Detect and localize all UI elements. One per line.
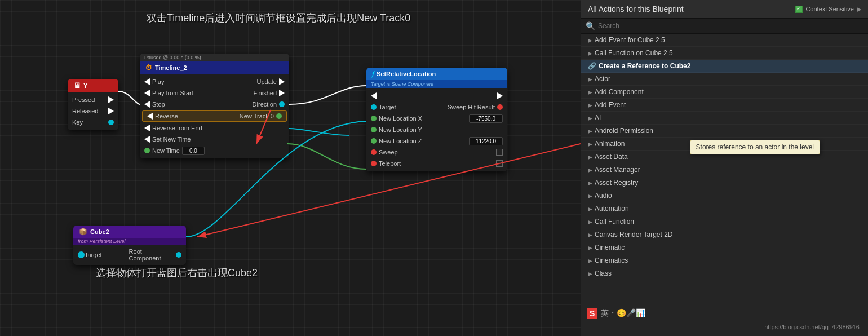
timeline-setnewtime-row: Set New Time (140, 134, 289, 145)
setloc-out-exec (497, 92, 503, 99)
rp-search-bar: 🔍 (581, 19, 868, 34)
expand-triangle-icon: ▶ (588, 180, 592, 186)
context-sensitive-label: Context Sensitive (805, 6, 854, 12)
watermark: https://blog.csdn.net/qq_42986916 (764, 324, 860, 330)
rp-title: All Actions for this Blueprint (588, 5, 684, 14)
rp-list-item[interactable]: ▶Canvas Render Target 2D (581, 228, 868, 241)
annotation-top: 双击Timeline后进入时间调节框设置完成后出现New Track0 (147, 11, 410, 25)
rp-item-label: Call Function (595, 218, 634, 226)
node-y-pressed-label: Pressed (72, 96, 95, 103)
timeline-header: ⏱ Timeline_2 (140, 61, 289, 74)
rp-list-item[interactable]: ▶Android Permission (581, 125, 868, 138)
setloc-sweephit-pin (497, 104, 503, 110)
setloc-sweep-label: Sweep (379, 149, 398, 156)
setloc-locx-label: New Location X (379, 115, 422, 122)
expand-triangle-icon: ▶ (588, 50, 592, 56)
node-y-pressed: Pressed (68, 94, 118, 105)
node-timeline[interactable]: Paused @ 0.00 s (0.0 %) ⏱ Timeline_2 Pla… (140, 54, 289, 158)
rp-list-item[interactable]: ▶Cinematics (581, 254, 868, 267)
rp-item-label: Android Permission (595, 127, 653, 135)
timeline-title: Timeline_2 (155, 64, 187, 71)
setloc-sweep-pin (371, 149, 377, 155)
newtrack-label: New Track 0 (240, 113, 274, 120)
rp-item-label: Asset Manager (595, 166, 640, 174)
rp-list-item[interactable]: 🔗Create a Reference to Cube2 (581, 60, 868, 73)
cube2-out-pin (78, 251, 85, 258)
rp-list-item[interactable]: ▶Add Event for Cube 2 5 (581, 34, 868, 47)
cube2-output-row: Target Root Component (73, 247, 186, 263)
ref-icon: 🔗 (588, 62, 596, 70)
node-y-body: Pressed Released Key (68, 92, 118, 130)
expand-triangle-icon: ▶ (588, 154, 592, 160)
cube2-rootcomp-label: Root Component (129, 248, 174, 262)
csdn-s-logo: S (587, 308, 597, 319)
rp-list-item[interactable]: ▶Call Function on Cube 2 5 (581, 47, 868, 60)
setloc-in-exec (371, 92, 377, 99)
rp-list: ▶Add Event for Cube 2 5▶Call Function on… (581, 34, 868, 325)
setloc-target-row: Target Sweep Hit Result (366, 101, 507, 113)
setloc-locz-input[interactable] (469, 137, 503, 145)
setloc-sweep-checkbox[interactable] (496, 149, 503, 156)
timeline-playfromstart-row: Play from Start Finished (140, 87, 289, 99)
timeline-stop-row: Stop Direction (140, 99, 289, 110)
node-cube2[interactable]: 📦 Cube2 from Persistent Level Target Roo… (73, 226, 186, 265)
rp-list-item[interactable]: ▶AI (581, 112, 868, 125)
reverse-label: Reverse (155, 113, 178, 120)
setloc-exec-row (366, 90, 507, 101)
timeline-reversefromend-row: Reverse from End (140, 122, 289, 134)
setloc-teleport-label: Teleport (379, 160, 401, 167)
expand-triangle-icon: ▶ (588, 271, 592, 277)
rp-list-item[interactable]: ▶Automation (581, 202, 868, 215)
newtrack-pin (276, 113, 282, 119)
setloc-locx-input[interactable] (469, 114, 503, 123)
rp-list-item[interactable]: ▶Add Component (581, 86, 868, 99)
reversefromend-in-pin (144, 125, 150, 131)
setloc-target-pin (371, 104, 377, 110)
key-pin (108, 120, 114, 125)
rp-item-label: Asset Data (595, 153, 628, 161)
node-y-header: 🖥 Y (68, 79, 118, 92)
node-y-key: Key (68, 117, 118, 128)
node-y[interactable]: 🖥 Y Pressed Released Key (68, 79, 118, 130)
setloc-teleport-pin (371, 161, 377, 166)
rp-list-item[interactable]: ▶Add Event (581, 99, 868, 112)
rp-list-item[interactable]: ▶Audio (581, 189, 868, 202)
expand-triangle-icon: ▶ (588, 219, 592, 225)
expand-triangle-icon: ▶ (588, 102, 592, 108)
cube2-title: Cube2 (90, 228, 109, 235)
search-input[interactable] (598, 22, 863, 30)
rp-list-item[interactable]: ▶Cinematic (581, 241, 868, 254)
node-setloc[interactable]: 𝑓 SetRelativeLocation Target is Scene Co… (366, 68, 507, 171)
expand-triangle-icon: ▶ (588, 193, 592, 199)
cube2-target-label: Target (85, 251, 102, 258)
newtime-input[interactable] (182, 147, 205, 155)
rp-list-item[interactable]: ▶Asset Manager (581, 163, 868, 176)
reversefromend-label: Reverse from End (152, 125, 202, 131)
rp-list-item[interactable]: ▶Asset Registry (581, 176, 868, 189)
setloc-locz-label: New Location Z (379, 138, 422, 144)
setloc-target-label: Target (379, 104, 396, 110)
timeline-reverse-row: Reverse New Track 0 (142, 110, 287, 122)
direction-pin (279, 101, 285, 107)
tooltip-stores-reference: Stores reference to an actor in the leve… (690, 140, 820, 154)
setloc-locz-row: New Location Z (366, 135, 507, 147)
setloc-locy-label: New Location Y (379, 126, 422, 133)
timeline-newtime-row: New Time (140, 145, 289, 156)
newtime-label: New Time (152, 147, 180, 154)
chevron-right-icon: ▶ (857, 6, 861, 13)
pressed-exec-pin (108, 96, 114, 103)
rp-list-item[interactable]: ▶Call Function (581, 215, 868, 228)
rp-list-item[interactable]: ▶Class (581, 267, 868, 280)
setloc-body: Target Sweep Hit Result New Location X (366, 88, 507, 171)
context-sensitive-checkbox[interactable] (795, 6, 803, 13)
rp-item-label: Animation (595, 140, 625, 148)
rp-header: All Actions for this Blueprint Context S… (581, 0, 868, 19)
rp-list-item[interactable]: ▶Actor (581, 73, 868, 86)
expand-triangle-icon: ▶ (588, 115, 592, 121)
context-sensitive[interactable]: Context Sensitive ▶ (795, 6, 861, 13)
setloc-teleport-checkbox[interactable] (496, 160, 503, 167)
rp-item-label: Add Event for Cube 2 5 (595, 36, 665, 44)
search-icon: 🔍 (586, 21, 595, 30)
rp-item-label: Cinematics (595, 257, 628, 264)
node-y-released: Released (68, 105, 118, 117)
